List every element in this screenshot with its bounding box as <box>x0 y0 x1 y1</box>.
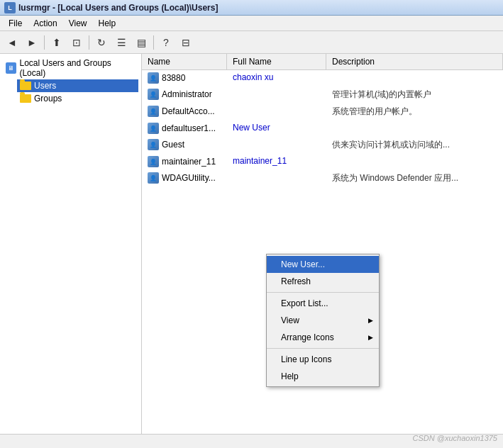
user-name-cell: 👤Guest <box>142 138 227 151</box>
list-row[interactable]: 👤Administrator管理计算机(域)的内置帐户 <box>142 86 503 103</box>
up-button[interactable]: ⬆ <box>48 34 66 51</box>
user-fullname: maintainer_11 <box>227 155 326 167</box>
app-icon: L <box>4 2 16 13</box>
user-name: defaultuser1... <box>162 123 216 133</box>
list-row[interactable]: 👤defaultuser1...New User <box>142 121 503 137</box>
user-name: maintainer_11 <box>162 157 216 167</box>
user-name-cell: 👤maintainer_11 <box>142 155 227 168</box>
menu-help[interactable]: Help <box>93 17 122 30</box>
watermark: CSDN @xuchaoxin1375 <box>413 434 497 442</box>
ctx-item-view[interactable]: View <box>267 312 379 329</box>
col-header-desc[interactable]: Description <box>326 54 503 69</box>
title-text: lusrmgr - [Local Users and Groups (Local… <box>18 3 218 13</box>
user-name-cell: 👤DefaultAcco... <box>142 105 227 118</box>
list-rows: 👤83880chaoxin xu👤Administrator管理计算机(域)的内… <box>142 70 503 187</box>
help-button[interactable]: ? <box>157 34 175 51</box>
user-fullname <box>227 172 326 173</box>
ctx-item-refresh[interactable]: Refresh <box>267 273 379 290</box>
user-fullname: chaoxin xu <box>227 72 326 83</box>
folder-icon-groups <box>20 94 31 103</box>
back-button[interactable]: ◄ <box>3 34 21 51</box>
computer-icon: 🖥 <box>6 62 16 74</box>
refresh-button[interactable]: ↻ <box>92 34 111 51</box>
context-menu: New User...RefreshExport List...ViewArra… <box>266 254 380 387</box>
user-description: 系统管理的用户帐户。 <box>326 105 503 118</box>
export-button[interactable]: ⊟ <box>177 34 195 51</box>
properties-button[interactable]: ☰ <box>112 34 131 51</box>
list-row[interactable]: 👤maintainer_11maintainer_11 <box>142 154 503 170</box>
title-bar: L lusrmgr - [Local Users and Groups (Loc… <box>0 0 503 16</box>
user-name-cell: 👤Administrator <box>142 88 227 101</box>
ctx-item-new-user---[interactable]: New User... <box>267 256 379 273</box>
user-name-cell: 👤83880 <box>142 72 227 84</box>
list-row[interactable]: 👤DefaultAcco...系统管理的用户帐户。 <box>142 103 503 121</box>
list-header: Name Full Name Description <box>142 54 503 70</box>
toolbar-separator-1 <box>44 35 45 50</box>
tree-node-groups-label: Groups <box>34 94 62 103</box>
toolbar-separator-3 <box>153 35 154 50</box>
main-content: 🖥 Local Users and Groups (Local) Users G… <box>0 54 503 434</box>
user-name-cell: 👤WDAGUtility... <box>142 172 227 184</box>
user-fullname: New User <box>227 122 326 133</box>
user-icon: 👤 <box>148 139 159 150</box>
user-fullname <box>227 138 326 140</box>
menu-view[interactable]: View <box>63 17 93 30</box>
user-name: WDAGUtility... <box>162 173 216 183</box>
user-fullname <box>227 105 326 106</box>
menu-bar: File Action View Help <box>0 16 503 31</box>
user-icon: 👤 <box>148 123 159 134</box>
user-icon: 👤 <box>148 89 159 100</box>
user-description <box>326 72 503 73</box>
user-description <box>326 122 503 123</box>
ctx-item-help[interactable]: Help <box>267 368 379 385</box>
ctx-item-arrange-icons[interactable]: Arrange Icons <box>267 329 379 346</box>
list-row[interactable]: 👤Guest供来宾访问计算机或访问域的... <box>142 137 503 154</box>
folder-icon-users <box>20 82 31 90</box>
user-icon: 👤 <box>148 156 159 167</box>
col-header-name[interactable]: Name <box>142 54 227 69</box>
ctx-item-line-up-icons[interactable]: Line up Icons <box>267 351 379 368</box>
list-row[interactable]: 👤83880chaoxin xu <box>142 70 503 86</box>
user-name: DefaultAcco... <box>162 106 215 116</box>
list-button[interactable]: ▤ <box>132 34 150 51</box>
col-header-fullname[interactable]: Full Name <box>227 54 326 69</box>
list-row[interactable]: 👤WDAGUtility...系统为 Windows Defender 应用..… <box>142 170 503 187</box>
user-description <box>326 155 503 157</box>
tree-root[interactable]: 🖥 Local Users and Groups (Local) <box>3 57 138 79</box>
ctx-item-export-list---[interactable]: Export List... <box>267 295 379 312</box>
show-hide-button[interactable]: ⊡ <box>67 34 86 51</box>
tree-node-users-label: Users <box>34 81 56 91</box>
user-name: Guest <box>162 140 184 150</box>
tree-node-users[interactable]: Users <box>17 79 138 92</box>
tree-root-label: Local Users and Groups (Local) <box>19 58 136 78</box>
user-icon: 👤 <box>148 172 159 184</box>
user-name: Administrator <box>162 89 212 99</box>
menu-file[interactable]: File <box>3 17 28 30</box>
user-description: 供来宾访问计算机或访问域的... <box>326 138 503 152</box>
menu-action[interactable]: Action <box>28 17 62 30</box>
tree-children: Users Groups <box>17 79 138 105</box>
tree-node-groups[interactable]: Groups <box>17 92 138 105</box>
user-icon: 👤 <box>148 106 159 117</box>
user-description: 管理计算机(域)的内置帐户 <box>326 88 503 101</box>
toolbar: ◄ ► ⬆ ⊡ ↻ ☰ ▤ ? ⊟ <box>0 31 503 54</box>
user-icon: 👤 <box>148 72 159 84</box>
ctx-separator <box>267 292 379 293</box>
left-panel: 🖥 Local Users and Groups (Local) Users G… <box>0 54 142 434</box>
user-fullname <box>227 88 326 89</box>
toolbar-separator-2 <box>89 35 89 50</box>
user-description: 系统为 Windows Defender 应用... <box>326 172 503 185</box>
ctx-separator <box>267 348 379 349</box>
user-name-cell: 👤defaultuser1... <box>142 122 227 135</box>
forward-button[interactable]: ► <box>23 34 41 51</box>
user-name: 83880 <box>162 73 185 83</box>
